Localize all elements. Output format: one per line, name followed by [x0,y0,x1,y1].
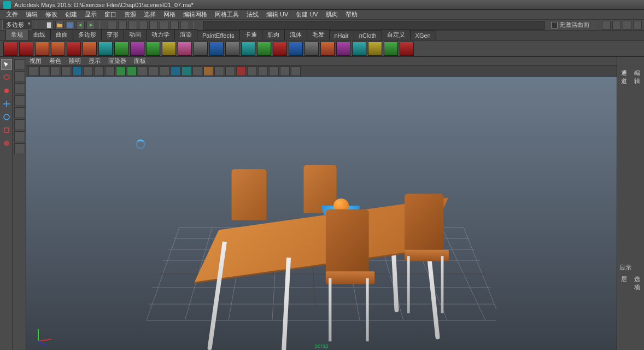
shadows-icon[interactable] [160,66,169,76]
shelf-btn-22[interactable] [336,42,350,56]
construction-history-icon[interactable] [602,21,611,30]
tab-ncloth[interactable]: nCloth [354,31,382,40]
menu-meshtools[interactable]: 网格工具 [215,10,239,19]
tab-curves[interactable]: 曲线 [28,29,51,40]
tab-general[interactable]: 常规 [5,29,28,40]
move-tool-icon[interactable] [1,98,12,109]
menu-help[interactable]: 帮助 [346,10,358,19]
shelf-btn-18[interactable] [273,42,287,56]
motion-blur-icon[interactable] [225,66,235,76]
use-lights-icon[interactable] [149,66,159,76]
shelf-btn-10[interactable] [146,42,160,56]
select-mode-icon[interactable] [108,21,116,30]
shelf-btn-11[interactable] [162,42,176,56]
vp-misc3-icon[interactable] [291,66,301,76]
menu-display[interactable]: 显示 [85,10,97,19]
viewport-3d[interactable]: persp [26,77,617,350]
menu-normals[interactable]: 法线 [247,10,259,19]
file-open-icon[interactable] [55,21,64,30]
paint-select-tool-icon[interactable] [1,85,12,96]
shelf-btn-20[interactable] [305,42,319,56]
shelf-btn-4[interactable] [51,42,65,56]
shelf-btn-19[interactable] [289,42,303,56]
panel-menu-renderer[interactable]: 渲染器 [108,57,126,65]
ao-icon[interactable] [214,66,224,76]
smooth-shade-icon[interactable] [127,66,137,76]
paint-icon[interactable] [128,21,137,30]
tab-fluids[interactable]: 流体 [284,29,307,40]
exposure-icon[interactable] [236,66,246,76]
last-tool-icon[interactable] [1,151,12,162]
file-new-icon[interactable] [45,21,54,30]
menu-select[interactable]: 选择 [144,10,156,19]
wireframe-icon[interactable] [116,66,126,76]
panel-menu-lighting[interactable]: 照明 [69,57,81,65]
file-save-icon[interactable] [66,21,74,30]
shelf-btn-3[interactable] [35,42,49,56]
undo-icon[interactable] [76,21,85,30]
shelf-btn-23[interactable] [352,42,366,56]
tab-muscle[interactable]: 肌肉 [262,29,285,40]
layout-four-icon[interactable] [14,71,25,82]
panel-menu-panels[interactable]: 面板 [134,57,146,65]
tab-dynamics[interactable]: 动力学 [146,29,175,40]
shelf-btn-15[interactable] [225,42,239,56]
panel-menu-view[interactable]: 视图 [30,57,42,65]
menu-window[interactable]: 窗口 [104,10,116,19]
layout-script-icon[interactable] [14,131,25,142]
film-gate-icon[interactable] [83,66,93,76]
gamma-icon[interactable] [247,66,257,76]
bookmark-icon[interactable] [50,66,60,76]
gate-mask-icon[interactable] [105,66,115,76]
redo-icon[interactable] [86,21,95,30]
tab-channels[interactable]: 通道 [618,69,630,85]
shelf-btn-14[interactable] [209,42,224,56]
snap-curve-icon[interactable] [149,21,158,30]
shelf-btn-12[interactable] [178,42,192,56]
shelf-btn-26[interactable] [400,42,414,56]
command-line-input[interactable] [203,21,545,30]
panel-menu-show[interactable]: 显示 [89,57,101,65]
shelf-btn-25[interactable] [384,42,398,56]
menu-assets[interactable]: 资源 [124,10,136,19]
tab-fur[interactable]: 毛发 [307,29,330,40]
menu-muscle[interactable]: 肌肉 [326,10,338,19]
layout-outliner-icon[interactable] [14,83,25,94]
layout-persp-graph-icon[interactable] [14,95,25,106]
shelf-btn-21[interactable] [320,42,335,56]
menu-file[interactable]: 文件 [6,10,18,19]
render-settings-icon[interactable] [633,21,642,30]
render-icon[interactable] [612,21,621,30]
select-tool-icon[interactable] [1,59,12,70]
tab-edit[interactable]: 编辑 [632,69,643,85]
menu-editmesh[interactable]: 编辑网格 [183,10,207,19]
select-camera-icon[interactable] [28,66,38,76]
vp-misc1-icon[interactable] [269,66,279,76]
tab-custom[interactable]: 自定义 [382,29,411,40]
lock-camera-icon[interactable] [39,66,49,76]
lasso-tool-icon[interactable] [1,72,12,83]
tab-layers[interactable]: 层 [618,275,630,291]
shelf-btn-1[interactable] [3,42,17,56]
xray-joints-icon[interactable] [192,66,202,76]
shelf-btn-24[interactable] [368,42,382,56]
tab-deform[interactable]: 变形 [101,29,124,40]
tab-xgen[interactable]: XGen [410,31,436,40]
resolution-gate-icon[interactable] [94,66,104,76]
scale-tool-icon[interactable] [1,125,12,136]
tab-painteffects[interactable]: PaintEffects [197,31,240,40]
rotate-tool-icon[interactable] [1,112,12,122]
tab-rendering[interactable]: 渲染 [174,29,197,40]
workspace-dropdown[interactable]: 多边形 [2,20,32,30]
snap-point-icon[interactable] [160,21,168,30]
vp-misc2-icon[interactable] [280,66,290,76]
shelf-btn-9[interactable] [130,42,144,56]
grid-toggle-icon[interactable] [72,66,82,76]
layout-hypershade-icon[interactable] [14,107,25,118]
tab-polygons[interactable]: 多边形 [73,29,102,40]
shelf-btn-8[interactable] [114,42,128,56]
soft-select-icon[interactable] [1,138,12,149]
shelf-btn-7[interactable] [98,42,113,56]
tab-toon[interactable]: 卡通 [239,29,262,40]
menu-create[interactable]: 创建 [65,10,77,19]
